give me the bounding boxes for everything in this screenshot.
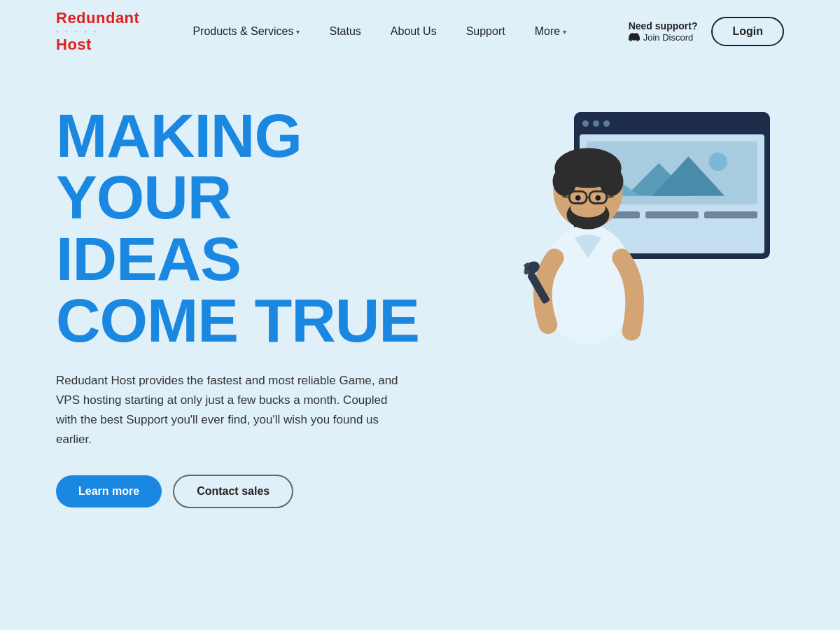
svg-point-18 bbox=[595, 195, 601, 201]
logo[interactable]: Redundant · · · · · Host bbox=[56, 10, 139, 52]
nav-right: Need support? Join Discord Login bbox=[629, 17, 784, 46]
logo-top: Redundant bbox=[56, 10, 139, 27]
chevron-down-icon: ▾ bbox=[563, 28, 566, 36]
logo-bottom: Host bbox=[56, 36, 139, 53]
svg-point-11 bbox=[570, 199, 606, 218]
discord-icon bbox=[629, 31, 640, 43]
hero-description: Redudant Host provides the fastest and m… bbox=[56, 371, 406, 449]
browser-line-3 bbox=[704, 211, 757, 218]
discord-link[interactable]: Join Discord bbox=[629, 31, 694, 43]
svg-line-16 bbox=[607, 197, 614, 197]
nav-status[interactable]: Status bbox=[318, 20, 372, 43]
nav-about-us[interactable]: About Us bbox=[379, 20, 448, 43]
nav-links: Products & Services ▾ Status About Us Su… bbox=[181, 20, 628, 43]
login-button[interactable]: Login bbox=[711, 17, 784, 46]
svg-point-17 bbox=[575, 195, 581, 201]
character-illustration bbox=[511, 98, 665, 378]
navbar: Redundant · · · · · Host Products & Serv… bbox=[0, 0, 840, 63]
nav-more[interactable]: More ▾ bbox=[524, 20, 578, 43]
hero-heading-line3: IDEAS bbox=[56, 224, 241, 293]
hero-left: MAKING YOUR IDEAS COME TRUE Redudant Hos… bbox=[56, 105, 476, 508]
hero-heading: MAKING YOUR IDEAS COME TRUE bbox=[56, 105, 476, 351]
nav-support[interactable]: Support bbox=[455, 20, 517, 43]
learn-more-button[interactable]: Learn more bbox=[56, 475, 162, 507]
svg-line-15 bbox=[563, 197, 570, 197]
svg-point-1 bbox=[709, 153, 727, 171]
hero-buttons: Learn more Contact sales bbox=[56, 475, 476, 508]
need-support-label: Need support? bbox=[629, 20, 698, 31]
contact-sales-button[interactable]: Contact sales bbox=[173, 475, 293, 508]
chevron-down-icon: ▾ bbox=[296, 28, 300, 36]
support-block: Need support? Join Discord bbox=[629, 20, 698, 43]
hero-heading-line2: YOUR bbox=[56, 162, 231, 232]
discord-label: Join Discord bbox=[643, 32, 694, 43]
hero-section: MAKING YOUR IDEAS COME TRUE Redudant Hos… bbox=[0, 63, 840, 508]
nav-products-services[interactable]: Products & Services ▾ bbox=[181, 20, 311, 43]
hero-illustration bbox=[476, 91, 784, 385]
hero-heading-line4: COME TRUE bbox=[56, 286, 419, 355]
logo-dots: · · · · · bbox=[56, 28, 139, 36]
hero-heading-line1: MAKING bbox=[56, 101, 302, 170]
